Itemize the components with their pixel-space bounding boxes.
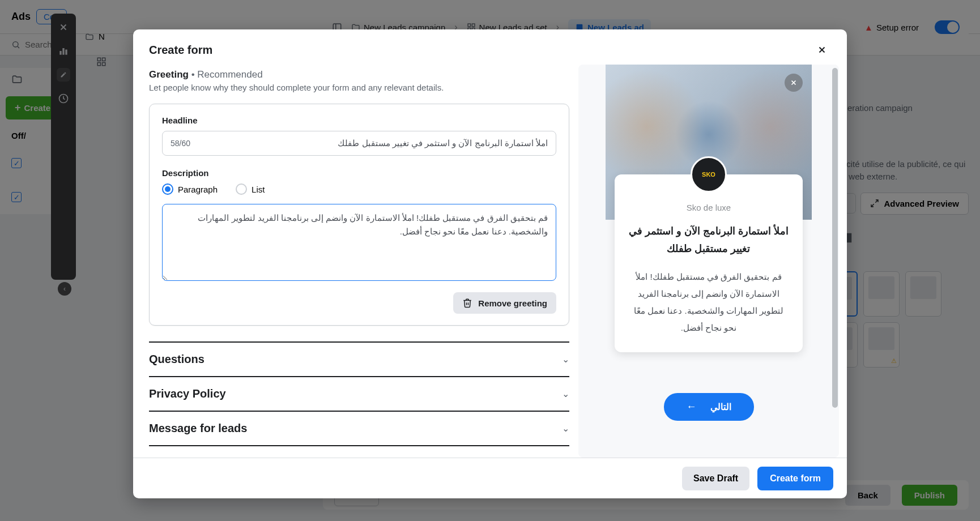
close-icon (817, 45, 827, 55)
headline-label: Headline (162, 116, 556, 125)
preview-description: قم بتحقيق الفرق في مستقبل طفلك! املأ الا… (628, 268, 789, 336)
remove-greeting-button[interactable]: Remove greeting (453, 292, 556, 314)
arrow-right-icon: ← (687, 401, 697, 413)
greeting-section-subtitle: Let people know why they should complete… (149, 83, 569, 92)
modal-overlay: Create form Greeting • Recommended Let p… (0, 0, 980, 521)
privacy-accordion[interactable]: Privacy Policy ⌄ (149, 376, 569, 411)
headline-counter: 58/60 (171, 139, 190, 148)
chevron-down-icon: ⌄ (562, 388, 569, 399)
radio-icon (162, 183, 173, 195)
greeting-section-title: Greeting • Recommended (149, 69, 569, 80)
message-accordion[interactable]: Message for leads ⌄ (149, 411, 569, 446)
description-label: Description (162, 168, 556, 178)
radio-icon (236, 183, 247, 195)
chevron-down-icon: ⌄ (562, 423, 569, 434)
description-textarea[interactable] (162, 204, 556, 281)
headline-input[interactable]: املأ استمارة البرنامج الآن و استثمر في ت… (162, 131, 556, 156)
chevron-down-icon: ⌄ (562, 354, 569, 365)
brand-avatar: SKO (691, 156, 727, 193)
brand-name: Sko de luxe (628, 203, 789, 212)
preview-close-button[interactable] (785, 74, 803, 92)
description-paragraph-option[interactable]: Paragraph (162, 183, 218, 195)
preview-headline: املأ استمارة البرنامج الآن و استثمر في ت… (628, 223, 789, 257)
preview-next-button[interactable]: التالي ← (664, 393, 754, 421)
form-preview-panel: SKO Sko de luxe املأ استمارة البرنامج ال… (578, 65, 839, 458)
modal-close-button[interactable] (813, 41, 831, 59)
modal-title: Create form (149, 44, 212, 57)
create-form-button[interactable]: Create form (757, 467, 833, 490)
close-icon (790, 79, 798, 87)
save-draft-button[interactable]: Save Draft (682, 467, 749, 490)
create-form-modal: Create form Greeting • Recommended Let p… (133, 29, 847, 498)
questions-accordion[interactable]: Questions ⌄ (149, 341, 569, 376)
trash-icon (462, 298, 472, 308)
scrollbar-thumb[interactable] (832, 68, 838, 408)
description-list-option[interactable]: List (236, 183, 265, 195)
